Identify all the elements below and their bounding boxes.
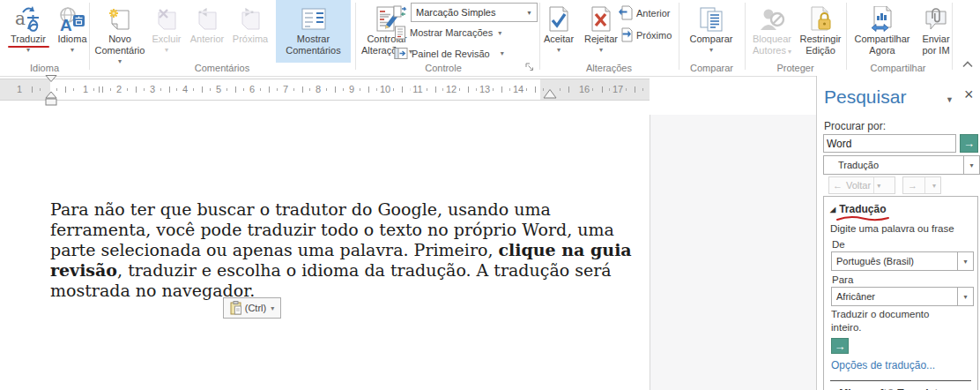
pane-menu-chevron-icon[interactable]: ▼: [946, 95, 954, 104]
chevron-down-icon: ▾: [271, 304, 274, 312]
start-search-button[interactable]: →: [960, 134, 978, 153]
accept-label: Aceitar: [538, 34, 580, 45]
send-by-im-label: Enviar por IM: [917, 34, 955, 56]
translate-to-combobox[interactable]: Africâner ▾: [831, 287, 974, 306]
group-label-alteracoes: Alterações: [539, 63, 679, 73]
translation-hint: Digite uma palavra ou frase: [830, 223, 954, 234]
forward-button[interactable]: → ▾: [902, 176, 941, 194]
restrict-editing-button[interactable]: Restringir Edição: [796, 2, 845, 56]
chevron-down-icon[interactable]: ▾: [963, 156, 979, 174]
reject-label: Rejeitar: [580, 34, 622, 45]
next-change-icon: [618, 27, 633, 42]
reject-button[interactable]: Rejeitar ▾: [580, 2, 622, 54]
chevron-down-icon[interactable]: ▾: [957, 288, 973, 305]
translation-section-header[interactable]: ◢Tradução: [830, 203, 887, 215]
group-label-proteger: Proteger: [745, 63, 846, 73]
ruler-number: 4: [180, 79, 190, 100]
research-task-pane: Pesquisar ▼ × Procurar por: → Tradução ▾…: [816, 76, 980, 390]
next-comment-label: Próxima: [228, 34, 272, 45]
reference-category-combobox[interactable]: Tradução ▾: [823, 155, 980, 175]
previous-comment-button[interactable]: Anterior: [186, 2, 228, 45]
text-segment: Para não ter que buscar o tradutor do Go…: [50, 199, 551, 219]
arrow-right-icon: →: [908, 180, 917, 191]
translate-label: Traduzir: [4, 34, 53, 45]
share-now-icon: [850, 2, 915, 33]
ruler-number: 5: [213, 79, 224, 100]
translate-from-combobox[interactable]: Português (Brasil) ▾: [831, 251, 974, 271]
translate-button[interactable]: a Traduzir ▾: [4, 2, 53, 54]
reviewing-pane-menu[interactable]: Painel de Revisão ▾: [394, 47, 504, 60]
right-indent-marker[interactable]: [543, 89, 557, 99]
chevron-down-icon: ▾: [580, 46, 622, 54]
delete-comment-button[interactable]: Excluir ▾: [147, 2, 186, 54]
show-markup-label: Mostrar Marcações: [410, 27, 493, 38]
ruler-number: 9: [346, 79, 357, 100]
annotation-red-underline: [8, 46, 49, 48]
show-comments-icon: [276, 2, 351, 33]
restrict-editing-label: Restringir Edição: [796, 34, 845, 56]
translation-section-title: Tradução: [839, 203, 886, 215]
ruler-number: 1: [80, 79, 91, 100]
indent-markers[interactable]: [44, 75, 58, 108]
ruler-number: 2: [114, 79, 124, 100]
translate-to-value: Africâner: [832, 288, 957, 305]
ruler-number: 12: [443, 79, 459, 100]
ruler-number: 1: [14, 79, 25, 100]
collapse-ribbon-chevron-icon[interactable]: [962, 61, 973, 68]
block-authors-button[interactable]: Bloquear Autores▾: [748, 2, 796, 57]
previous-change-label: Anterior: [636, 8, 671, 19]
show-markup-menu[interactable]: Mostrar Marcações ▾: [394, 26, 501, 40]
next-change-button[interactable]: Próximo: [618, 27, 672, 42]
ruler-number: 7: [280, 79, 291, 100]
annotation-red-squiggle: [835, 215, 890, 221]
previous-change-button[interactable]: Anterior: [618, 5, 671, 20]
back-button[interactable]: ← Voltar ▾: [828, 176, 895, 194]
reviewing-pane-label: Painel de Revisão: [412, 49, 490, 59]
ruler-number: 16: [576, 79, 592, 100]
translation-options-link[interactable]: Opções de tradução...: [831, 359, 935, 371]
canvas-background: [650, 115, 816, 390]
ruler-number: 10: [377, 79, 393, 100]
reject-icon: [580, 2, 622, 33]
chevron-down-icon[interactable]: ▾: [957, 252, 973, 270]
paste-options-button[interactable]: (Ctrl) ▾: [223, 297, 281, 319]
share-now-label: Compartilhar Agora: [850, 34, 915, 56]
research-results-area: ◢Tradução Digite uma palavra ou frase De…: [823, 196, 978, 390]
show-markup-icon: [394, 26, 406, 40]
share-now-button[interactable]: Compartilhar Agora: [850, 2, 915, 56]
new-comment-button[interactable]: Novo Comentário ▾: [94, 2, 145, 65]
arrow-right-icon: →: [963, 137, 975, 150]
section-divider: [830, 380, 971, 381]
accept-icon: [538, 2, 580, 33]
language-label: Idioma: [53, 34, 92, 45]
text-segment: parte selecionada ou apenas uma palavra.…: [50, 240, 498, 259]
search-input[interactable]: [823, 134, 956, 153]
group-label-comentarios: Comentários: [89, 63, 355, 73]
chevron-down-icon: ▾: [147, 46, 186, 54]
display-for-review-combobox[interactable]: Marcação Simples ▾: [411, 3, 538, 22]
pane-close-icon[interactable]: ×: [964, 86, 974, 104]
restrict-editing-icon: [796, 2, 845, 33]
chevron-down-icon: ▾: [538, 46, 580, 54]
dialog-launcher-icon[interactable]: [525, 63, 534, 71]
accept-button[interactable]: Aceitar ▾: [538, 2, 580, 54]
from-label: De: [832, 239, 845, 250]
button-divider: [924, 177, 925, 193]
block-authors-icon: [748, 2, 796, 33]
translate-whole-doc-button[interactable]: →: [831, 338, 849, 354]
previous-change-icon: [618, 5, 633, 20]
next-comment-button[interactable]: Próxima: [228, 2, 272, 45]
group-separator: [355, 3, 356, 70]
chevron-down-icon: ▾: [53, 46, 92, 54]
chevron-down-icon: ▾: [501, 49, 504, 57]
language-button[interactable]: A Idioma ▾: [53, 2, 92, 54]
text-segment: , traduzir e escolha o idioma da traduçã…: [117, 260, 612, 280]
chevron-down-icon: ▾: [498, 29, 501, 37]
send-by-im-icon: [917, 2, 955, 33]
block-authors-text: Bloquear Autores: [753, 34, 791, 56]
show-comments-button[interactable]: Mostrar Comentários: [276, 0, 351, 63]
group-label-controle: Controle: [355, 63, 531, 73]
send-by-im-button[interactable]: Enviar por IM: [917, 2, 955, 56]
compare-button[interactable]: Comparar ▾: [684, 2, 739, 54]
chevron-down-icon[interactable]: ▾: [522, 4, 537, 21]
